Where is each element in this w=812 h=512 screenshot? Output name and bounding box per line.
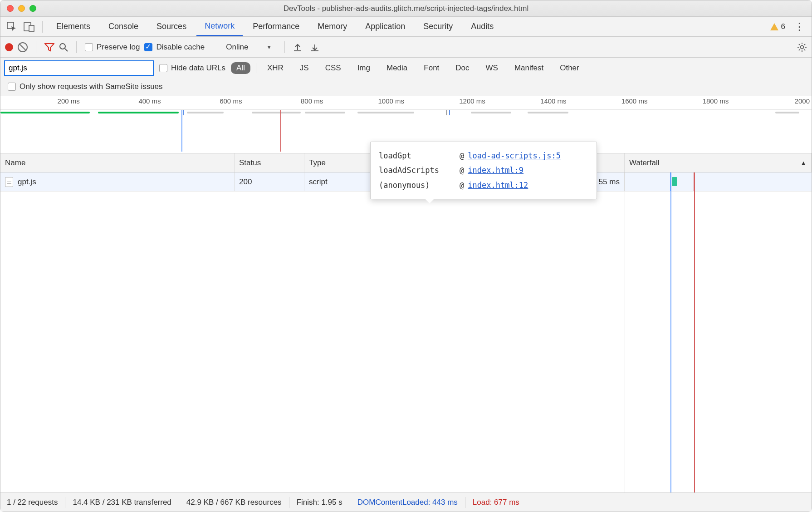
filter-pill-all[interactable]: All — [231, 62, 250, 74]
status-domcontentloaded: DOMContentLoaded: 443 ms — [357, 498, 458, 507]
stack-location-link[interactable]: load-ad-scripts.js:5 — [468, 148, 561, 163]
col-header-name[interactable]: Name — [0, 153, 235, 172]
panel-tabs: Elements Console Sources Network Perform… — [0, 17, 812, 37]
same-site-checkbox[interactable]: Only show requests with SameSite issues — [8, 82, 163, 91]
timeline-bar — [305, 112, 345, 113]
filter-pill-font[interactable]: Font — [418, 62, 445, 74]
domcontentloaded-line — [181, 110, 182, 152]
svg-rect-2 — [29, 25, 34, 31]
clear-button[interactable] — [18, 42, 28, 52]
tab-sources[interactable]: Sources — [148, 17, 195, 36]
warnings-indicator[interactable]: 6 — [770, 22, 785, 31]
divider — [36, 41, 36, 53]
divider — [42, 21, 43, 33]
file-name: gpt.js — [18, 177, 36, 187]
search-icon[interactable] — [59, 43, 68, 52]
waterfall-load-line — [694, 172, 695, 492]
window-minimize-button[interactable] — [18, 5, 25, 12]
timeline-bar — [357, 112, 414, 113]
svg-line-14 — [799, 49, 800, 50]
device-toolbar-icon[interactable] — [21, 19, 37, 34]
record-button[interactable] — [5, 43, 13, 51]
divider — [465, 497, 465, 508]
filter-pill-xhr[interactable]: XHR — [262, 62, 289, 74]
divider — [350, 497, 350, 508]
stack-at: @ — [460, 178, 464, 192]
tab-audits[interactable]: Audits — [463, 17, 502, 36]
preserve-log-checkbox[interactable]: Preserve log — [85, 43, 140, 52]
tick-label: 2000 — [795, 97, 812, 105]
filter-input[interactable] — [4, 60, 154, 76]
tab-elements[interactable]: Elements — [48, 17, 98, 36]
filter-pill-css[interactable]: CSS — [320, 62, 347, 74]
stack-function: (anonymous) — [379, 178, 456, 192]
download-har-icon[interactable] — [310, 43, 319, 52]
stack-frame: loadGpt @ load-ad-scripts.js:5 — [379, 148, 588, 163]
stack-location-link[interactable]: index.html:12 — [468, 178, 528, 192]
titlebar: DevTools - publisher-ads-audits.glitch.m… — [0, 0, 812, 17]
svg-point-7 — [801, 45, 804, 49]
stack-location-link[interactable]: index.html:9 — [468, 163, 523, 177]
divider — [289, 497, 289, 508]
filter-pill-doc[interactable]: Doc — [450, 62, 474, 74]
status-resources: 42.9 KB / 667 KB resources — [186, 498, 282, 507]
filter-pill-ws[interactable]: WS — [480, 62, 504, 74]
inspect-element-icon[interactable] — [4, 19, 20, 34]
window-maximize-button[interactable] — [29, 5, 36, 12]
filter-pill-img[interactable]: Img — [352, 62, 376, 74]
request-table: Name Status Type Waterfall ▲ gpt.js 200 … — [0, 153, 812, 492]
network-toolbar: Preserve log Disable cache Online ▼ — [0, 37, 812, 58]
devtools-window: DevTools - publisher-ads-audits.glitch.m… — [0, 0, 812, 512]
chevron-down-icon: ▼ — [266, 44, 272, 50]
tick-label: 200 ms — [58, 97, 82, 105]
tab-performance[interactable]: Performance — [245, 17, 308, 36]
timeline-marker — [446, 110, 447, 115]
status-requests: 1 / 22 requests — [7, 498, 58, 507]
load-line — [280, 110, 281, 152]
disable-cache-label: Disable cache — [156, 43, 205, 52]
tab-security[interactable]: Security — [415, 17, 461, 36]
col-header-waterfall[interactable]: Waterfall ▲ — [625, 153, 812, 172]
timeline-bar — [471, 112, 511, 113]
status-load: Load: 677 ms — [473, 498, 519, 507]
divider — [65, 497, 65, 508]
traffic-lights — [7, 5, 36, 12]
throttle-select[interactable]: Online ▼ — [221, 41, 276, 54]
tick-label: 1200 ms — [459, 97, 487, 105]
filter-pill-other[interactable]: Other — [554, 62, 585, 74]
stack-at: @ — [460, 163, 464, 177]
disable-cache-checkbox[interactable]: Disable cache — [144, 43, 205, 52]
filter-pill-media[interactable]: Media — [381, 62, 413, 74]
waterfall-dcl-line — [670, 172, 671, 492]
col-header-status[interactable]: Status — [235, 153, 304, 172]
settings-gear-icon[interactable] — [797, 42, 807, 52]
checkbox-icon — [8, 83, 16, 91]
window-close-button[interactable] — [7, 5, 14, 12]
tick-label: 600 ms — [220, 97, 244, 105]
tab-network[interactable]: Network — [196, 17, 243, 36]
filter-toggle-icon[interactable] — [44, 43, 54, 52]
tick-label: 1000 ms — [378, 97, 406, 105]
timeline-bar — [252, 112, 300, 113]
status-finish: Finish: 1.95 s — [297, 498, 342, 507]
checkbox-icon — [85, 43, 93, 51]
warning-count: 6 — [781, 22, 785, 31]
initiator-stack-tooltip: loadGpt @ load-ad-scripts.js:5 loadAdScr… — [370, 142, 597, 199]
col-header-type[interactable]: Type — [304, 153, 373, 172]
svg-line-12 — [799, 44, 800, 44]
upload-har-icon[interactable] — [293, 43, 302, 52]
tick-label: 1400 ms — [540, 97, 568, 105]
filter-pill-js[interactable]: JS — [294, 62, 314, 74]
stack-function: loadAdScripts — [379, 163, 456, 177]
waterfall-background — [625, 172, 812, 492]
svg-point-3 — [60, 44, 65, 49]
tab-memory[interactable]: Memory — [309, 17, 355, 36]
filter-pill-manifest[interactable]: Manifest — [509, 62, 549, 74]
tick-label: 1600 ms — [621, 97, 650, 105]
divider — [256, 63, 256, 73]
tab-application[interactable]: Application — [357, 17, 413, 36]
svg-line-4 — [65, 49, 68, 51]
more-menu-icon[interactable]: ⋮ — [791, 21, 808, 33]
hide-data-urls-checkbox[interactable]: Hide data URLs — [159, 64, 225, 73]
tab-console[interactable]: Console — [100, 17, 147, 36]
